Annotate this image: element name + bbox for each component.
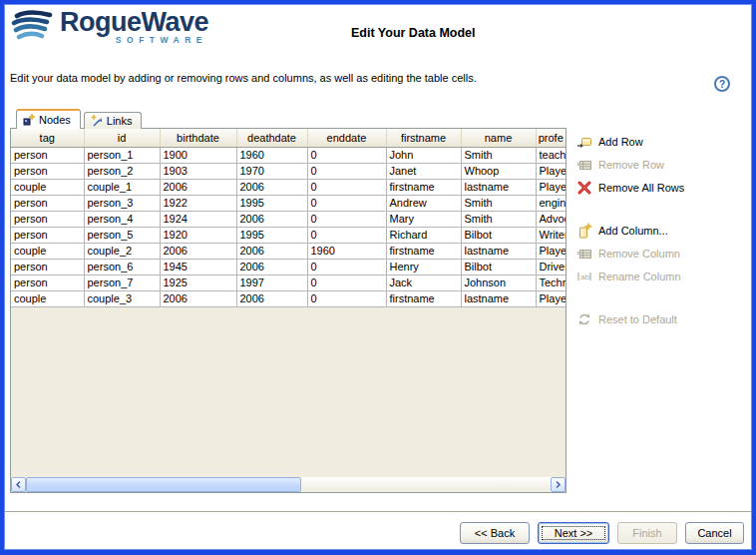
table-cell[interactable]: person	[11, 259, 84, 275]
table-cell[interactable]: person	[11, 195, 84, 211]
table-cell[interactable]: firstname	[386, 290, 461, 306]
table-cell[interactable]: Player	[536, 163, 566, 179]
table-cell[interactable]: 1903	[160, 163, 236, 179]
help-icon[interactable]: ?	[714, 76, 730, 92]
scrollbar-thumb[interactable]	[26, 477, 301, 492]
table-cell[interactable]: John	[386, 147, 461, 163]
add-row-button[interactable]: Add Row	[576, 134, 748, 150]
table-cell[interactable]: person	[11, 227, 84, 243]
column-header[interactable]: birthdate	[160, 129, 236, 147]
table-cell[interactable]: teache	[536, 147, 566, 163]
scrollbar-track[interactable]	[26, 477, 551, 492]
table-cell[interactable]: 2006	[160, 179, 236, 195]
table-cell[interactable]: 1920	[160, 227, 236, 243]
table-cell[interactable]: 1945	[160, 259, 236, 275]
table-cell[interactable]: person_3	[84, 195, 160, 211]
table-cell[interactable]: 1960	[236, 147, 307, 163]
table-cell[interactable]: person	[11, 163, 84, 179]
tab-nodes[interactable]: Nodes	[16, 109, 81, 129]
tab-links[interactable]: Links	[84, 112, 143, 129]
table-cell[interactable]: Player	[536, 290, 566, 306]
table-cell[interactable]: Driver	[536, 259, 566, 275]
table-cell[interactable]: Jack	[386, 275, 461, 290]
table-cell[interactable]: person_7	[84, 275, 160, 290]
table-cell[interactable]: Janet	[386, 163, 461, 179]
table-row[interactable]: personperson_7192519970JackJohnsonTechn	[11, 275, 566, 290]
table-cell[interactable]: couple_1	[84, 179, 160, 195]
cancel-button[interactable]: Cancel	[685, 522, 744, 544]
table-cell[interactable]: 0	[307, 211, 386, 227]
table-cell[interactable]: Advoc	[536, 211, 566, 227]
table-cell[interactable]: Henry	[386, 259, 461, 275]
table-cell[interactable]: couple	[11, 290, 84, 306]
column-header[interactable]: deathdate	[236, 129, 307, 147]
table-cell[interactable]: Smith	[461, 211, 536, 227]
table-cell[interactable]: 0	[307, 259, 386, 275]
table-cell[interactable]: lastname	[461, 243, 536, 259]
table-cell[interactable]: 0	[307, 227, 386, 243]
table-cell[interactable]: 0	[307, 195, 386, 211]
table-cell[interactable]: couple	[11, 243, 84, 259]
table-row[interactable]: personperson_6194520060HenryBilbotDriver	[11, 259, 566, 275]
table-cell[interactable]: 2006	[160, 243, 236, 259]
table-cell[interactable]: person	[11, 211, 84, 227]
table-cell[interactable]: 1960	[307, 243, 386, 259]
column-header[interactable]: profe	[536, 129, 566, 147]
table-row[interactable]: personperson_3192219950AndrewSmithengine	[11, 195, 566, 211]
table-cell[interactable]: couple_2	[84, 243, 160, 259]
column-header[interactable]: name	[461, 129, 536, 147]
table-row[interactable]: personperson_5192019950RichardBilbotWrit…	[11, 227, 566, 243]
table-cell[interactable]: 0	[307, 275, 386, 290]
column-header[interactable]: enddate	[307, 129, 386, 147]
column-header[interactable]: tag	[11, 129, 84, 147]
table-cell[interactable]: 1995	[236, 227, 307, 243]
table-cell[interactable]: Writer	[536, 227, 566, 243]
table-cell[interactable]: 1970	[236, 163, 307, 179]
table-cell[interactable]: firstname	[386, 243, 461, 259]
table-cell[interactable]: person_1	[84, 147, 160, 163]
table-cell[interactable]: Smith	[461, 195, 536, 211]
next-button[interactable]: Next >>	[538, 522, 609, 544]
table-cell[interactable]: 2006	[236, 243, 307, 259]
table-cell[interactable]: person	[11, 275, 84, 290]
scroll-right-button[interactable]	[551, 477, 566, 492]
column-header[interactable]: firstname	[386, 129, 461, 147]
table-cell[interactable]: 2006	[236, 211, 307, 227]
table-cell[interactable]: 1997	[236, 275, 307, 290]
table-cell[interactable]: 0	[307, 163, 386, 179]
table-cell[interactable]: Richard	[386, 227, 461, 243]
table-cell[interactable]: Whoop	[461, 163, 536, 179]
table-row[interactable]: couplecouple_2200620061960firstnamelastn…	[11, 243, 566, 259]
table-cell[interactable]: 2006	[236, 259, 307, 275]
table-cell[interactable]: Bilbot	[461, 259, 536, 275]
add-column-button[interactable]: Add Column...	[576, 223, 748, 239]
table-cell[interactable]: 1995	[236, 195, 307, 211]
back-button[interactable]: << Back	[460, 522, 530, 544]
table-cell[interactable]: couple_3	[84, 290, 160, 306]
table-cell[interactable]: person	[11, 147, 84, 163]
column-header[interactable]: id	[84, 129, 160, 147]
table-cell[interactable]: Smith	[461, 147, 536, 163]
table-cell[interactable]: Player	[536, 243, 566, 259]
table-cell[interactable]: 2006	[236, 179, 307, 195]
table-cell[interactable]: Andrew	[386, 195, 461, 211]
table-cell[interactable]: Bilbot	[461, 227, 536, 243]
table-cell[interactable]: 1922	[160, 195, 236, 211]
table-cell[interactable]: firstname	[386, 179, 461, 195]
table-cell[interactable]: lastname	[461, 290, 536, 306]
table-cell[interactable]: Player	[536, 179, 566, 195]
table-row[interactable]: personperson_4192420060MarySmithAdvoc	[11, 211, 566, 227]
table-cell[interactable]: person_6	[84, 259, 160, 275]
table-cell[interactable]: person_2	[84, 163, 160, 179]
remove-all-rows-button[interactable]: Remove All Rows	[576, 180, 748, 196]
horizontal-scrollbar[interactable]	[11, 477, 566, 492]
table-cell[interactable]: lastname	[461, 179, 536, 195]
table-cell[interactable]: engine	[536, 195, 566, 211]
table-cell[interactable]: Techn	[536, 275, 566, 290]
table-cell[interactable]: Mary	[386, 211, 461, 227]
table-cell[interactable]: person_5	[84, 227, 160, 243]
table-row[interactable]: personperson_1190019600JohnSmithteache	[11, 147, 566, 163]
table-cell[interactable]: 2006	[160, 290, 236, 306]
table-cell[interactable]: person_4	[84, 211, 160, 227]
table-cell[interactable]: couple	[11, 179, 84, 195]
